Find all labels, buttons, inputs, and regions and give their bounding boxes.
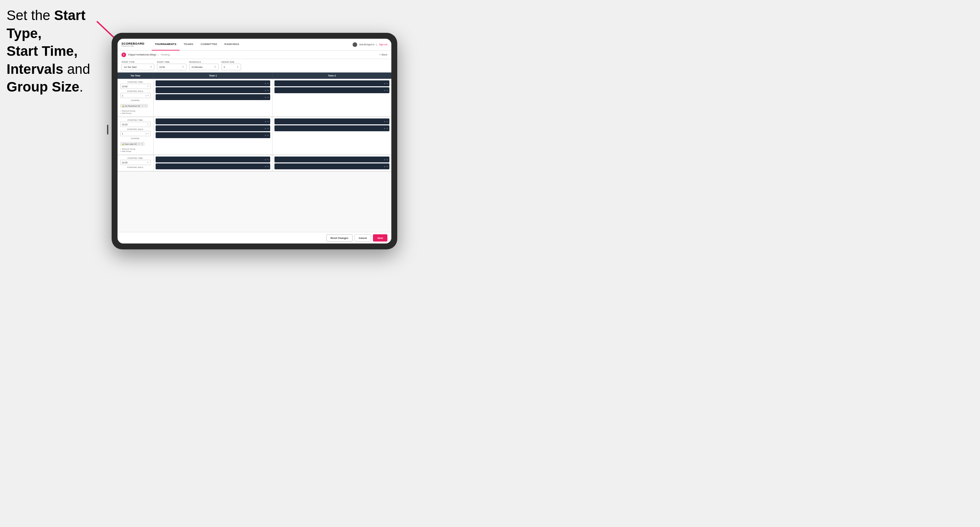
nav-tab-committee[interactable]: COMMITTEE xyxy=(197,39,221,51)
player-edit-2-2[interactable]: ✎ xyxy=(387,89,388,92)
player-edit-1-3[interactable]: ✎ xyxy=(267,96,269,98)
starting-hole-input-2[interactable]: 1 ▲▼ xyxy=(120,131,151,136)
nav-tab-tournaments[interactable]: TOURNAMENTS xyxy=(152,39,180,51)
player-remove-4-1[interactable]: ✕ xyxy=(384,121,385,123)
sub-nav-separator: | xyxy=(158,53,159,56)
start-type-select[interactable]: 1st Tee Start ▼ xyxy=(121,63,154,70)
player-row-3-2: ✕ ✎ xyxy=(156,125,270,131)
start-type-group: Start Type 1st Tee Start ▼ xyxy=(121,61,154,70)
group-size-select[interactable]: 3 ▼ xyxy=(221,63,241,70)
starting-time-input-3[interactable]: 10:20 ⏱ xyxy=(120,160,151,165)
group-row-3: STARTING TIME: 10:20 ⏱ STARTING HOLE: ✕ … xyxy=(118,155,391,171)
player-remove-2-2[interactable]: ✕ xyxy=(384,89,385,92)
player-remove-3-1[interactable]: ✕ xyxy=(265,121,266,123)
save-button[interactable]: Save xyxy=(373,234,387,241)
start-time-select[interactable]: 10:00 ⏱ xyxy=(157,63,186,70)
player-edit-2-1[interactable]: ✎ xyxy=(387,83,388,85)
clippd-logo: C xyxy=(121,52,126,57)
starting-hole-label-2: STARTING HOLE: xyxy=(120,128,151,130)
player-edit-6-1[interactable]: ✎ xyxy=(387,159,388,161)
course-edit-2[interactable]: ✎ xyxy=(141,143,143,145)
course-remove-1[interactable]: ✕ xyxy=(142,105,143,107)
start-time-group: Start Time 10:00 ⏱ xyxy=(157,61,186,70)
reset-changes-button[interactable]: Reset Changes xyxy=(326,234,353,241)
player-remove-4-2[interactable]: ✕ xyxy=(384,127,385,130)
team2-cell-1: ✕ ✎ ✕ ✎ xyxy=(272,79,391,116)
course-remove-2[interactable]: ✕ xyxy=(138,143,140,145)
intervals-chevron: ⏱ xyxy=(215,66,216,68)
player-edit-6-2[interactable]: ✎ xyxy=(387,165,388,168)
logo-sub: Powered by clipp xyxy=(121,45,145,47)
hosting-label: Hosting xyxy=(161,53,170,56)
time-icon-1: ⏱ xyxy=(147,85,149,87)
group-row-2: STARTING TIME: 10:10 ⏱ STARTING HOLE: 1 … xyxy=(118,117,391,155)
player-edit-3-1[interactable]: ✎ xyxy=(267,121,269,123)
player-edit-5-1[interactable]: ✎ xyxy=(267,159,269,161)
player-edit-5-2[interactable]: ✎ xyxy=(267,165,269,168)
team1-cell-3: ✕ ✎ ✕ ✎ xyxy=(154,155,272,171)
player-remove-1-1[interactable]: ✕ xyxy=(265,83,266,85)
player-remove-3-2[interactable]: ✕ xyxy=(265,127,266,130)
player-remove-5-2[interactable]: ✕ xyxy=(265,165,266,168)
starting-hole-input-1[interactable]: 1 ▲▼ xyxy=(120,93,151,98)
time-icon-2: ⏱ xyxy=(147,123,149,125)
nav-tab-rankings[interactable]: RANKINGS xyxy=(221,39,243,51)
start-type-chevron: ▼ xyxy=(150,66,152,68)
starting-hole-value-2: 1 xyxy=(122,133,123,135)
instruction-text: Set the Start Type,Start Time,Intervals … xyxy=(6,6,111,96)
th-team1: Team 1 xyxy=(154,73,272,79)
nav-bar: SCOREBOARD Powered by clipp TOURNAMENTS … xyxy=(118,39,391,51)
player-edit-1-1[interactable]: ✎ xyxy=(267,83,269,85)
remove-group-1[interactable]: ○ Remove Group xyxy=(120,110,151,112)
start-time-value: 10:00 xyxy=(159,66,165,68)
player-row-1-3: ✕ ✎ xyxy=(156,94,270,100)
player-edit-3-2[interactable]: ✎ xyxy=(267,127,269,130)
user-email: blair@clippd.io xyxy=(359,43,374,46)
course-edit-1[interactable]: ✎ xyxy=(145,105,146,107)
player-remove-2-1[interactable]: ✕ xyxy=(384,83,385,85)
add-group-label-1: + Add Group xyxy=(120,112,131,114)
th-tee-time: Tee Time xyxy=(118,73,154,79)
back-button[interactable]: < Back xyxy=(379,53,387,56)
remove-group-2[interactable]: ○ Remove Group xyxy=(120,148,151,150)
left-panel-2: STARTING TIME: 10:10 ⏱ STARTING HOLE: 1 … xyxy=(118,117,154,154)
player-remove-1-2[interactable]: ✕ xyxy=(265,89,266,92)
player-remove-6-1[interactable]: ✕ xyxy=(384,159,385,161)
intervals-select[interactable]: 10 Minutes ⏱ xyxy=(189,63,219,70)
cancel-button[interactable]: Cancel xyxy=(355,234,371,241)
player-remove-3-3[interactable]: ✕ xyxy=(265,134,266,137)
player-row-3-3: ✕ ✎ xyxy=(156,132,270,138)
player-edit-3-3[interactable]: ✎ xyxy=(267,134,269,137)
course-badge-1: ⛳ (A) Peachtree GC ✕ ✎ xyxy=(120,102,151,109)
controls-row: Start Type 1st Tee Start ▼ Start Time 10… xyxy=(118,59,391,73)
player-edit-4-2[interactable]: ✎ xyxy=(387,127,388,130)
team1-cell-1: ✕ ✎ ✕ ✎ ✕ ✎ xyxy=(154,79,272,116)
course-label-1: COURSE: xyxy=(120,99,151,102)
add-group-2[interactable]: + Add Group xyxy=(120,150,151,152)
instruction-area: Set the Start Type,Start Time,Intervals … xyxy=(6,6,111,96)
player-edit-1-2[interactable]: ✎ xyxy=(267,89,269,92)
group-size-chevron: ▼ xyxy=(237,66,239,68)
player-row-6-1: ✕ ✎ xyxy=(274,157,389,162)
sign-out-link[interactable]: Sign out xyxy=(379,43,387,46)
nav-tab-teams[interactable]: TEAMS xyxy=(180,39,197,51)
hole-chevron-2: ▲▼ xyxy=(145,133,149,135)
player-remove-1-3[interactable]: ✕ xyxy=(265,96,266,98)
group-size-label: Group Size xyxy=(221,61,241,63)
add-group-1[interactable]: + Add Group xyxy=(120,112,151,114)
player-edit-4-1[interactable]: ✎ xyxy=(387,121,388,123)
player-row-6-2: ✕ ✎ xyxy=(274,163,389,169)
player-remove-5-1[interactable]: ✕ xyxy=(265,159,266,161)
starting-time-label-3: STARTING TIME: xyxy=(120,157,151,159)
starting-time-input-1[interactable]: 10:00 ⏱ xyxy=(120,84,151,89)
player-row-5-2: ✕ ✎ xyxy=(156,163,270,169)
player-row-3-1: ✕ ✎ xyxy=(156,119,270,124)
start-type-label: Start Type xyxy=(121,61,154,63)
group-size-value: 3 xyxy=(224,66,225,68)
course-icon-2: ⛳ xyxy=(122,143,124,145)
starting-time-input-2[interactable]: 10:10 ⏱ xyxy=(120,122,151,127)
remove-group-icon-2: ○ xyxy=(120,148,121,150)
player-row-1-1: ✕ ✎ xyxy=(156,80,270,86)
player-row-5-1: ✕ ✎ xyxy=(156,157,270,162)
player-remove-6-2[interactable]: ✕ xyxy=(384,165,385,168)
